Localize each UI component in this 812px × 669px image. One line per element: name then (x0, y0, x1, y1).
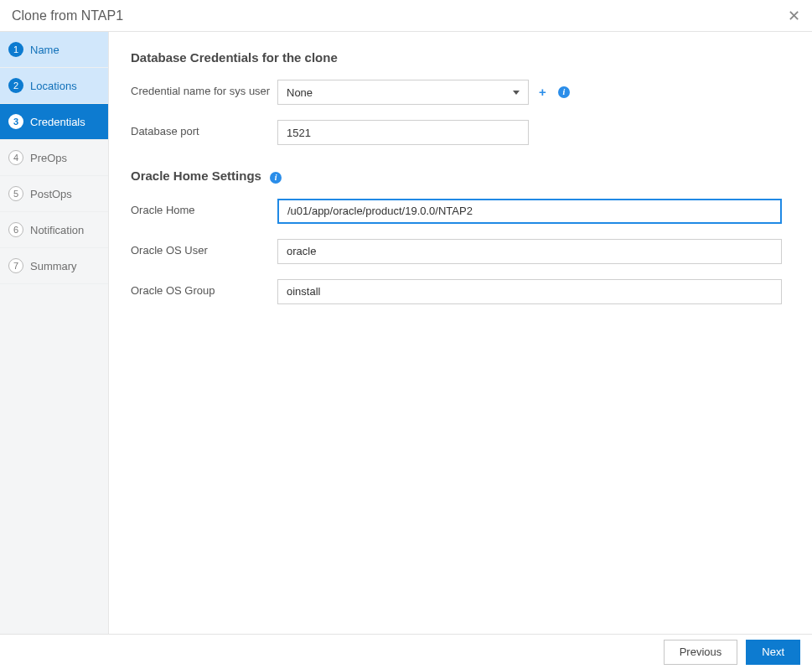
step-label: PostOps (30, 188, 72, 200)
os-user-input[interactable] (277, 239, 782, 264)
oracle-heading: Oracle Home Settings i (131, 169, 790, 184)
add-credential-icon[interactable]: + (539, 85, 546, 99)
step-number: 7 (8, 258, 23, 273)
dialog-header: Clone from NTAP1 ✕ (0, 0, 812, 32)
next-button[interactable]: Next (746, 640, 800, 665)
info-icon[interactable]: i (270, 172, 282, 184)
info-icon[interactable]: i (558, 86, 570, 98)
previous-button[interactable]: Previous (664, 640, 738, 665)
step-label: Summary (30, 260, 77, 272)
step-number: 6 (8, 222, 23, 237)
oracle-section: Oracle Home Settings i Oracle Home Oracl… (131, 169, 790, 304)
oracle-home-input[interactable] (277, 199, 782, 224)
dialog-body: 1 Name 2 Locations 3 Credentials 4 PreOp… (0, 32, 812, 634)
step-postops[interactable]: 5 PostOps (0, 176, 108, 212)
os-group-input[interactable] (277, 279, 782, 304)
step-number: 4 (8, 150, 23, 165)
port-label: Database port (131, 120, 277, 137)
os-group-wrap (277, 279, 782, 304)
step-number: 5 (8, 186, 23, 201)
row-oracle-os-group: Oracle OS Group (131, 279, 790, 304)
oracle-home-label: Oracle Home (131, 199, 277, 216)
step-name[interactable]: 1 Name (0, 32, 108, 68)
dialog-title: Clone from NTAP1 (12, 8, 123, 23)
credential-select-wrap: None (277, 80, 529, 105)
dbcred-heading: Database Credentials for the clone (131, 50, 790, 65)
credential-select-value: None (287, 86, 313, 99)
os-group-label: Oracle OS Group (131, 279, 277, 297)
step-locations[interactable]: 2 Locations (0, 68, 108, 104)
wizard-sidebar: 1 Name 2 Locations 3 Credentials 4 PreOp… (0, 32, 109, 634)
step-number: 2 (8, 78, 23, 93)
step-label: Credentials (30, 116, 85, 128)
oracle-home-wrap (277, 199, 782, 224)
step-label: Notification (30, 224, 84, 236)
step-label: Name (30, 44, 59, 56)
chevron-down-icon (513, 91, 520, 95)
credential-label: Credential name for sys user (131, 80, 277, 97)
step-number: 1 (8, 42, 23, 57)
step-credentials[interactable]: 3 Credentials (0, 104, 108, 140)
step-preops[interactable]: 4 PreOps (0, 140, 108, 176)
row-oracle-home: Oracle Home (131, 199, 790, 224)
credential-actions: + i (539, 80, 570, 99)
os-user-label: Oracle OS User (131, 239, 277, 257)
step-number: 3 (8, 114, 23, 129)
main-panel: Database Credentials for the clone Crede… (109, 32, 812, 634)
step-summary[interactable]: 7 Summary (0, 248, 108, 284)
port-input[interactable] (277, 120, 529, 145)
row-credential-name: Credential name for sys user None + i (131, 80, 790, 105)
port-input-wrap (277, 120, 529, 145)
dialog-footer: Previous Next (0, 634, 812, 669)
oracle-heading-text: Oracle Home Settings (131, 169, 261, 183)
row-oracle-os-user: Oracle OS User (131, 239, 790, 264)
close-icon[interactable]: ✕ (788, 8, 800, 23)
step-notification[interactable]: 6 Notification (0, 212, 108, 248)
os-user-wrap (277, 239, 782, 264)
step-label: PreOps (30, 152, 67, 164)
step-label: Locations (30, 80, 77, 92)
credential-select[interactable]: None (277, 80, 529, 105)
row-database-port: Database port (131, 120, 790, 145)
